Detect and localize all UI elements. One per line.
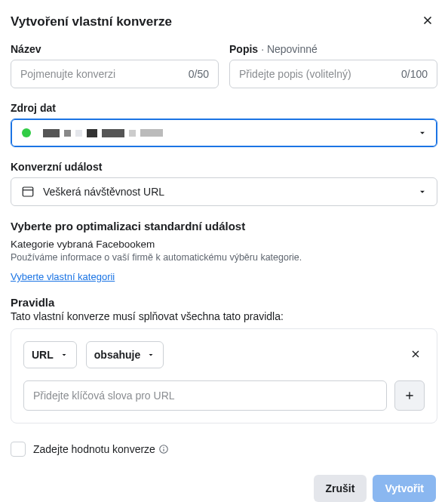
rule-field-select[interactable]: URL bbox=[23, 341, 77, 368]
rules-title: Pravidla bbox=[11, 296, 437, 309]
keyword-input[interactable] bbox=[33, 390, 377, 402]
svg-rect-0 bbox=[23, 187, 33, 196]
conversion-value-label: Zadejte hodnotu konverze bbox=[33, 443, 169, 455]
desc-input-wrap[interactable]: 0/100 bbox=[229, 60, 437, 88]
keyword-row bbox=[23, 380, 425, 411]
data-source-value bbox=[43, 129, 410, 137]
rule-row: URL obsahuje bbox=[23, 341, 425, 368]
conversion-event-select[interactable]: Veškerá návštěvnost URL bbox=[11, 177, 437, 206]
info-icon[interactable] bbox=[158, 444, 169, 454]
svg-rect-3 bbox=[163, 449, 164, 452]
data-source-label: Zdroj dat bbox=[11, 102, 56, 114]
desc-input[interactable] bbox=[239, 68, 395, 80]
rules-desc: Tato vlastní konverze musí splňovat všec… bbox=[11, 310, 437, 322]
keyword-input-wrap[interactable] bbox=[23, 380, 387, 411]
conversion-event-label: Konverzní událost bbox=[11, 161, 102, 173]
rule-field-value: URL bbox=[32, 349, 54, 361]
name-field: Název 0/50 bbox=[11, 43, 219, 88]
optimize-title: Vyberte pro optimalizaci standardní udál… bbox=[11, 220, 437, 233]
conversion-value-row: Zadejte hodnotu konverze bbox=[11, 442, 437, 457]
status-dot-icon bbox=[22, 128, 31, 137]
close-icon bbox=[421, 14, 434, 27]
desc-counter: 0/100 bbox=[395, 68, 428, 80]
conversion-value-checkbox[interactable] bbox=[11, 442, 26, 457]
optimize-section: Vyberte pro optimalizaci standardní udál… bbox=[11, 220, 437, 282]
rules-box: URL obsahuje bbox=[11, 328, 437, 423]
plus-icon bbox=[404, 390, 416, 402]
close-button[interactable] bbox=[418, 11, 437, 32]
rule-operator-value: obsahuje bbox=[94, 349, 140, 361]
chevron-down-icon bbox=[417, 128, 428, 138]
chevron-down-icon bbox=[146, 350, 155, 359]
dialog-footer: Zrušit Vytvořit bbox=[11, 475, 437, 502]
create-button[interactable]: Vytvořit bbox=[373, 475, 436, 502]
desc-optional: · Nepovinné bbox=[261, 43, 318, 55]
optimize-sub-label: Kategorie vybraná Facebookem bbox=[11, 239, 437, 250]
url-globe-icon bbox=[20, 184, 35, 199]
close-icon bbox=[410, 348, 422, 360]
data-source-select[interactable] bbox=[11, 119, 437, 147]
conversion-event-field: Konverzní událost Veškerá návštěvnost UR… bbox=[11, 161, 437, 206]
name-input[interactable] bbox=[20, 68, 183, 80]
svg-point-2 bbox=[163, 447, 164, 448]
data-source-field: Zdroj dat bbox=[11, 102, 437, 147]
desc-field: Popis · Nepovinné 0/100 bbox=[229, 43, 437, 88]
dialog-title: Vytvoření vlastní konverze bbox=[11, 14, 172, 29]
add-rule-button[interactable] bbox=[394, 380, 425, 411]
name-input-wrap[interactable]: 0/50 bbox=[11, 60, 219, 88]
dialog-header: Vytvoření vlastní konverze bbox=[11, 11, 437, 43]
conversion-event-value: Veškerá návštěvnost URL bbox=[43, 186, 410, 198]
rule-operator-select[interactable]: obsahuje bbox=[86, 341, 164, 368]
cancel-button[interactable]: Zrušit bbox=[314, 475, 367, 502]
name-counter: 0/50 bbox=[183, 68, 209, 80]
chevron-down-icon bbox=[417, 186, 428, 197]
select-category-link[interactable]: Vyberte vlastní kategorii bbox=[11, 271, 115, 282]
chevron-down-icon bbox=[60, 350, 69, 359]
create-custom-conversion-dialog: Vytvoření vlastní konverze Název 0/50 Po… bbox=[0, 0, 448, 502]
rules-section: Pravidla Tato vlastní konverze musí splň… bbox=[11, 296, 437, 423]
desc-label: Popis bbox=[229, 43, 258, 55]
name-label: Název bbox=[11, 43, 41, 55]
remove-rule-button[interactable] bbox=[407, 345, 425, 365]
optimize-desc: Používáme informace o vaší firmě k autom… bbox=[11, 251, 437, 264]
